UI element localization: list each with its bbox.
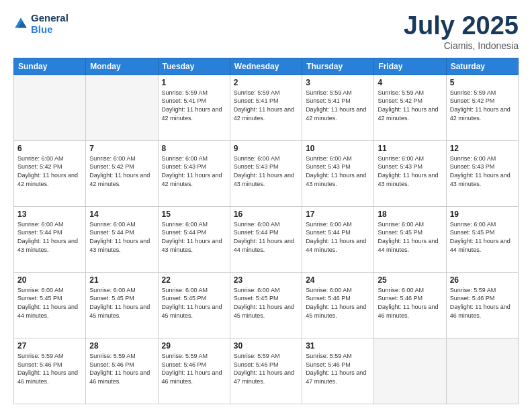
- weekday-monday: Monday: [86, 58, 158, 75]
- day-info: Sunrise: 5:59 AMSunset: 5:46 PMDaylight:…: [306, 352, 370, 385]
- weekday-tuesday: Tuesday: [158, 58, 230, 75]
- day-info: Sunrise: 5:59 AMSunset: 5:41 PMDaylight:…: [234, 89, 298, 122]
- logo-text: General Blue: [31, 12, 69, 36]
- calendar-cell: 18Sunrise: 6:00 AMSunset: 5:45 PMDayligh…: [374, 206, 446, 272]
- weekday-sunday: Sunday: [14, 58, 86, 75]
- day-info: Sunrise: 5:59 AMSunset: 5:46 PMDaylight:…: [234, 352, 298, 385]
- day-number: 21: [89, 275, 154, 285]
- day-info: Sunrise: 6:00 AMSunset: 5:43 PMDaylight:…: [162, 154, 226, 188]
- day-info: Sunrise: 6:00 AMSunset: 5:43 PMDaylight:…: [306, 154, 370, 188]
- day-number: 1: [162, 78, 226, 87]
- day-number: 15: [162, 210, 226, 219]
- day-info: Sunrise: 6:00 AMSunset: 5:46 PMDaylight:…: [378, 286, 442, 320]
- calendar-cell: [86, 75, 158, 140]
- weekday-saturday: Saturday: [446, 58, 518, 75]
- day-number: 6: [17, 144, 82, 153]
- day-info: Sunrise: 5:59 AMSunset: 5:46 PMDaylight:…: [450, 286, 515, 320]
- day-number: 25: [378, 275, 442, 285]
- calendar-location: Ciamis, Indonesia: [404, 40, 519, 51]
- calendar-cell: 28Sunrise: 5:59 AMSunset: 5:46 PMDayligh…: [86, 338, 158, 404]
- day-info: Sunrise: 5:59 AMSunset: 5:46 PMDaylight:…: [17, 352, 82, 385]
- day-number: 12: [450, 144, 515, 153]
- day-info: Sunrise: 6:00 AMSunset: 5:45 PMDaylight:…: [17, 286, 82, 320]
- calendar-cell: 22Sunrise: 6:00 AMSunset: 5:45 PMDayligh…: [158, 272, 230, 338]
- calendar-cell: 7Sunrise: 6:00 AMSunset: 5:42 PMDaylight…: [86, 140, 158, 206]
- day-info: Sunrise: 6:00 AMSunset: 5:45 PMDaylight:…: [378, 220, 442, 254]
- day-info: Sunrise: 6:00 AMSunset: 5:46 PMDaylight:…: [306, 286, 370, 320]
- day-number: 18: [378, 210, 442, 219]
- calendar-cell: [374, 338, 446, 404]
- calendar-cell: 25Sunrise: 6:00 AMSunset: 5:46 PMDayligh…: [374, 272, 446, 338]
- day-number: 23: [234, 275, 298, 285]
- week-row-2: 6Sunrise: 6:00 AMSunset: 5:42 PMDaylight…: [14, 140, 519, 206]
- day-number: 4: [378, 78, 442, 87]
- calendar-title: July 2025: [404, 12, 519, 40]
- week-row-5: 27Sunrise: 5:59 AMSunset: 5:46 PMDayligh…: [14, 338, 519, 404]
- title-block: July 2025 Ciamis, Indonesia: [404, 12, 519, 51]
- day-info: Sunrise: 5:59 AMSunset: 5:41 PMDaylight:…: [306, 89, 370, 122]
- calendar-cell: 26Sunrise: 5:59 AMSunset: 5:46 PMDayligh…: [446, 272, 518, 338]
- calendar-cell: 12Sunrise: 6:00 AMSunset: 5:43 PMDayligh…: [446, 140, 518, 206]
- calendar-cell: 19Sunrise: 6:00 AMSunset: 5:45 PMDayligh…: [446, 206, 518, 272]
- day-number: 3: [306, 78, 370, 87]
- calendar-cell: 15Sunrise: 6:00 AMSunset: 5:44 PMDayligh…: [158, 206, 230, 272]
- calendar-cell: 23Sunrise: 6:00 AMSunset: 5:45 PMDayligh…: [230, 272, 302, 338]
- day-info: Sunrise: 5:59 AMSunset: 5:46 PMDaylight:…: [162, 352, 226, 385]
- day-number: 31: [306, 341, 370, 351]
- day-number: 10: [306, 144, 370, 153]
- calendar-cell: 31Sunrise: 5:59 AMSunset: 5:46 PMDayligh…: [302, 338, 374, 404]
- calendar-cell: 29Sunrise: 5:59 AMSunset: 5:46 PMDayligh…: [158, 338, 230, 404]
- day-info: Sunrise: 6:00 AMSunset: 5:44 PMDaylight:…: [89, 220, 154, 254]
- day-info: Sunrise: 5:59 AMSunset: 5:42 PMDaylight:…: [450, 89, 515, 122]
- calendar-cell: 9Sunrise: 6:00 AMSunset: 5:43 PMDaylight…: [230, 140, 302, 206]
- calendar-cell: 8Sunrise: 6:00 AMSunset: 5:43 PMDaylight…: [158, 140, 230, 206]
- calendar-cell: 16Sunrise: 6:00 AMSunset: 5:44 PMDayligh…: [230, 206, 302, 272]
- week-row-4: 20Sunrise: 6:00 AMSunset: 5:45 PMDayligh…: [14, 272, 519, 338]
- day-number: 19: [450, 210, 515, 219]
- calendar-cell: 13Sunrise: 6:00 AMSunset: 5:44 PMDayligh…: [14, 206, 86, 272]
- calendar-cell: 27Sunrise: 5:59 AMSunset: 5:46 PMDayligh…: [14, 338, 86, 404]
- page: General Blue July 2025 Ciamis, Indonesia…: [0, 0, 532, 411]
- day-number: 9: [234, 144, 298, 153]
- day-info: Sunrise: 5:59 AMSunset: 5:46 PMDaylight:…: [89, 352, 154, 385]
- calendar-cell: 5Sunrise: 5:59 AMSunset: 5:42 PMDaylight…: [446, 75, 518, 140]
- calendar-cell: 10Sunrise: 6:00 AMSunset: 5:43 PMDayligh…: [302, 140, 374, 206]
- weekday-header-row: SundayMondayTuesdayWednesdayThursdayFrid…: [14, 58, 519, 75]
- calendar-cell: 17Sunrise: 6:00 AMSunset: 5:44 PMDayligh…: [302, 206, 374, 272]
- day-info: Sunrise: 6:00 AMSunset: 5:45 PMDaylight:…: [89, 286, 154, 320]
- calendar-cell: 21Sunrise: 6:00 AMSunset: 5:45 PMDayligh…: [86, 272, 158, 338]
- day-number: 17: [306, 210, 370, 219]
- day-info: Sunrise: 6:00 AMSunset: 5:42 PMDaylight:…: [89, 154, 154, 188]
- day-number: 13: [17, 210, 82, 219]
- day-info: Sunrise: 6:00 AMSunset: 5:45 PMDaylight:…: [450, 220, 515, 254]
- day-number: 8: [162, 144, 226, 153]
- header: General Blue July 2025 Ciamis, Indonesia: [13, 12, 519, 51]
- day-number: 22: [162, 275, 226, 285]
- day-number: 11: [378, 144, 442, 153]
- day-info: Sunrise: 5:59 AMSunset: 5:41 PMDaylight:…: [162, 89, 226, 122]
- calendar-cell: 4Sunrise: 5:59 AMSunset: 5:42 PMDaylight…: [374, 75, 446, 140]
- calendar-cell: 20Sunrise: 6:00 AMSunset: 5:45 PMDayligh…: [14, 272, 86, 338]
- day-info: Sunrise: 6:00 AMSunset: 5:43 PMDaylight:…: [378, 154, 442, 188]
- week-row-1: 1Sunrise: 5:59 AMSunset: 5:41 PMDaylight…: [14, 75, 519, 140]
- logo: General Blue: [13, 12, 69, 36]
- calendar-cell: 3Sunrise: 5:59 AMSunset: 5:41 PMDaylight…: [302, 75, 374, 140]
- weekday-friday: Friday: [374, 58, 446, 75]
- day-info: Sunrise: 6:00 AMSunset: 5:43 PMDaylight:…: [450, 154, 515, 188]
- day-number: 2: [234, 78, 298, 87]
- calendar-cell: [446, 338, 518, 404]
- day-info: Sunrise: 5:59 AMSunset: 5:42 PMDaylight:…: [378, 89, 442, 122]
- day-info: Sunrise: 6:00 AMSunset: 5:45 PMDaylight:…: [234, 286, 298, 320]
- calendar-cell: 1Sunrise: 5:59 AMSunset: 5:41 PMDaylight…: [158, 75, 230, 140]
- day-number: 26: [450, 275, 515, 285]
- day-number: 14: [89, 210, 154, 219]
- day-info: Sunrise: 6:00 AMSunset: 5:44 PMDaylight:…: [17, 220, 82, 254]
- day-number: 24: [306, 275, 370, 285]
- day-number: 16: [234, 210, 298, 219]
- day-number: 30: [234, 341, 298, 351]
- calendar-cell: 6Sunrise: 6:00 AMSunset: 5:42 PMDaylight…: [14, 140, 86, 206]
- day-info: Sunrise: 6:00 AMSunset: 5:42 PMDaylight:…: [17, 154, 82, 188]
- day-number: 7: [89, 144, 154, 153]
- weekday-wednesday: Wednesday: [230, 58, 302, 75]
- logo-icon: [13, 16, 28, 31]
